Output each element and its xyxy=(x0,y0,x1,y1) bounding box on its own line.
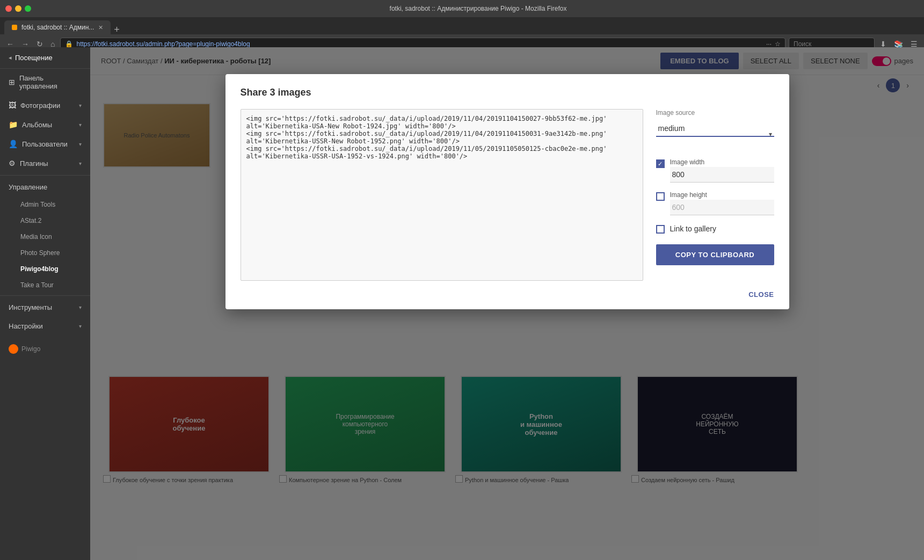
share-modal: Share 3 images <img src='https://fotki.s… xyxy=(225,74,789,309)
sidebar-item-tools[interactable]: Инструменты ▾ xyxy=(0,298,90,317)
favicon xyxy=(12,25,17,30)
chevron-down-icon: ▾ xyxy=(79,141,82,147)
sidebar-item-plugins[interactable]: ⚙ Плагины ▾ xyxy=(0,154,90,173)
sub-item-label: Media Icon xyxy=(20,233,52,241)
sidebar-header[interactable]: ◂ Посещение xyxy=(0,47,90,69)
height-input[interactable] xyxy=(670,200,774,215)
sidebar: ◂ Посещение ⊞ Панель управления 🖼 Фотогр… xyxy=(0,47,90,560)
sub-item-label: Admin Tools xyxy=(20,201,55,208)
new-tab-btn[interactable]: + xyxy=(114,25,120,34)
sidebar-header-label: Посещение xyxy=(15,54,53,62)
albums-icon: 📁 xyxy=(9,120,18,129)
dashboard-icon: ⊞ xyxy=(9,78,15,86)
chevron-down-icon: ▾ xyxy=(79,103,82,108)
tab-close-btn[interactable]: ✕ xyxy=(98,24,103,31)
sub-item-label: AStat.2 xyxy=(20,217,41,224)
copy-to-clipboard-button[interactable]: COPY TO CLIPBOARD xyxy=(656,244,774,265)
maximize-window-btn[interactable] xyxy=(25,5,31,12)
link-checkbox[interactable] xyxy=(656,225,665,234)
sidebar-sub-admin-tools[interactable]: Admin Tools xyxy=(0,197,90,213)
sidebar-item-label: Панель управления xyxy=(19,74,82,90)
chevron-down-icon: ▾ xyxy=(79,161,82,166)
height-label: Image height xyxy=(670,191,774,199)
title-bar: fotki, sadrobot :: Администрирование Piw… xyxy=(0,0,924,17)
width-label: Image width xyxy=(670,158,774,166)
active-tab[interactable]: fotki, sadrobot :: Админ... ✕ xyxy=(4,20,111,34)
modal-body: <img src='https://fotki.sadrobot.su/_dat… xyxy=(241,109,774,281)
chevron-down-icon: ▾ xyxy=(79,122,82,128)
modal-options: Image source medium thumbnail small larg… xyxy=(656,109,774,281)
sidebar-item-dashboard[interactable]: ⊞ Панель управления xyxy=(0,69,90,96)
width-input-group: Image width xyxy=(670,158,774,183)
piwigo-label: Piwigo xyxy=(21,345,40,353)
width-option: Image width xyxy=(656,158,774,183)
sidebar-sub-photo-sphere[interactable]: Photo Sphere xyxy=(0,245,90,261)
sub-item-label: Piwigo4blog xyxy=(20,265,59,273)
piwigo-circle xyxy=(9,344,18,354)
sub-item-label: Take a Tour xyxy=(20,281,54,289)
settings-label: Настройки xyxy=(9,322,43,330)
sidebar-item-albums[interactable]: 📁 Альбомы ▾ xyxy=(0,115,90,134)
sidebar-item-label: Фотографии xyxy=(20,101,60,110)
height-option: Image height xyxy=(656,191,774,215)
sidebar-divider xyxy=(0,175,90,176)
modal-footer: CLOSE xyxy=(241,290,774,299)
tab-label: fotki, sadrobot :: Админ... xyxy=(21,24,94,31)
sidebar-item-manage[interactable]: Управление xyxy=(0,178,90,197)
chevron-down-icon: ▾ xyxy=(79,323,82,329)
sidebar-divider2 xyxy=(0,295,90,296)
sidebar-collapse-icon: ◂ xyxy=(9,54,12,61)
window-title: fotki, sadrobot :: Администрирование Piw… xyxy=(38,5,919,12)
close-modal-button[interactable]: CLOSE xyxy=(748,290,774,299)
sidebar-sub-astat[interactable]: AStat.2 xyxy=(0,213,90,229)
minimize-window-btn[interactable] xyxy=(15,5,21,12)
sub-item-label: Photo Sphere xyxy=(20,249,60,257)
piwigo-footer: Piwigo xyxy=(0,336,90,362)
manage-label: Управление xyxy=(9,183,47,191)
width-input[interactable] xyxy=(670,167,774,183)
address-text: https://fotki.sadrobot.su/admin.php?page… xyxy=(76,40,763,48)
sidebar-item-label: Пользователи xyxy=(22,140,68,148)
sidebar-sub-piwigo4blog[interactable]: Piwigo4blog xyxy=(0,261,90,277)
sidebar-item-label: Альбомы xyxy=(22,121,52,129)
share-code-textarea[interactable]: <img src='https://fotki.sadrobot.su/_dat… xyxy=(241,109,643,281)
tab-bar: fotki, sadrobot :: Админ... ✕ + xyxy=(0,17,924,34)
plugins-icon: ⚙ xyxy=(9,159,16,168)
height-input-group: Image height xyxy=(670,191,774,215)
link-label: Link to gallery xyxy=(670,224,716,233)
source-select[interactable]: medium thumbnail small large original xyxy=(656,121,774,137)
sidebar-sub-take-a-tour[interactable]: Take a Tour xyxy=(0,277,90,293)
sidebar-item-label: Плагины xyxy=(20,159,48,168)
width-checkbox[interactable] xyxy=(656,159,665,168)
users-icon: 👤 xyxy=(9,140,18,148)
modal-title: Share 3 images xyxy=(241,87,774,98)
source-dropdown-wrapper: medium thumbnail small large original ▾ xyxy=(656,121,774,148)
sidebar-item-users[interactable]: 👤 Пользователи ▾ xyxy=(0,134,90,154)
chevron-down-icon: ▾ xyxy=(79,304,82,310)
sidebar-item-settings[interactable]: Настройки ▾ xyxy=(0,317,90,336)
sidebar-sub-media-icon[interactable]: Media Icon xyxy=(0,229,90,245)
tools-label: Инструменты xyxy=(9,303,52,311)
height-checkbox[interactable] xyxy=(656,192,665,201)
window-controls[interactable] xyxy=(5,5,31,12)
content-area: ROOT / Самиздат / ИИ - кибернетика - роб… xyxy=(90,47,924,560)
close-window-btn[interactable] xyxy=(5,5,12,12)
link-option: Link to gallery xyxy=(656,224,774,234)
source-label: Image source xyxy=(656,109,774,117)
sidebar-item-photos[interactable]: 🖼 Фотографии ▾ xyxy=(0,96,90,115)
photos-icon: 🖼 xyxy=(9,101,16,110)
